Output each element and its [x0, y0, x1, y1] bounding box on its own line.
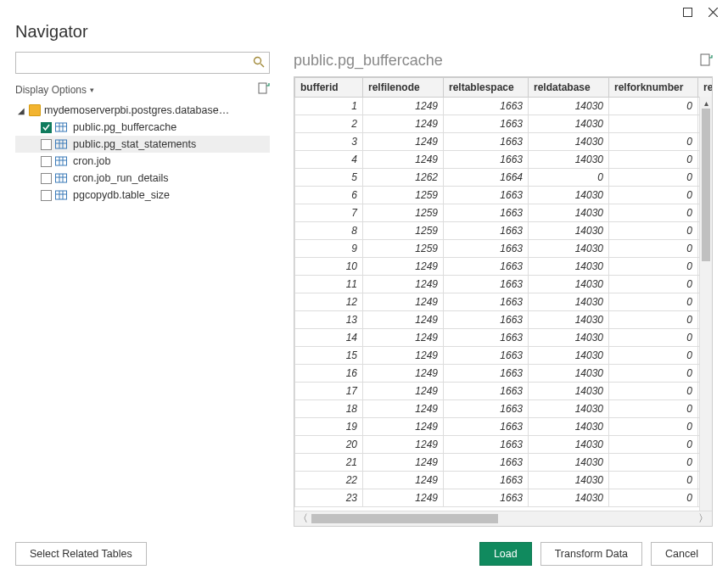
cell: 1249	[363, 115, 444, 133]
table-row[interactable]: 112491663140300	[295, 98, 713, 115]
table-row[interactable]: 1612491663140300	[295, 365, 713, 383]
checkbox[interactable]	[41, 156, 52, 167]
checkbox[interactable]	[41, 122, 52, 133]
cell: 14030	[529, 151, 609, 169]
table-row[interactable]: 1912491663140300	[295, 418, 713, 436]
select-related-tables-button[interactable]: Select Related Tables	[15, 542, 147, 566]
tree-item[interactable]: public.pg_buffercache	[15, 119, 270, 136]
display-options-button[interactable]: Display Options ▾	[15, 84, 94, 96]
search-input[interactable]	[15, 52, 270, 74]
cell: 0	[609, 240, 698, 258]
cell: 14030	[529, 489, 609, 507]
table-row[interactable]: 712591663140300	[295, 204, 713, 222]
grid-table[interactable]: bufferidrelfilenodereltablespacereldatab…	[294, 77, 712, 507]
column-header[interactable]: reldatabase	[529, 78, 609, 98]
tree-root-label: mydemoserverpbi.postgres.database.azure.…	[44, 104, 231, 116]
cell: 0	[609, 204, 698, 222]
table-row[interactable]: 812591663140300	[295, 222, 713, 240]
cell: 1249	[363, 293, 444, 311]
cell: 12	[295, 293, 363, 311]
preview-options-icon[interactable]	[700, 53, 713, 69]
checkbox[interactable]	[41, 139, 52, 150]
search-icon	[253, 56, 265, 70]
vertical-scrollbar[interactable]: ▴	[699, 97, 712, 511]
scroll-up-icon[interactable]: ▴	[700, 97, 712, 109]
cell: 0	[609, 133, 698, 151]
table-row[interactable]: 1112491663140300	[295, 276, 713, 293]
table-row[interactable]: 1812491663140300	[295, 400, 713, 418]
maximize-icon[interactable]	[680, 5, 694, 19]
table-row[interactable]: 412491663140300	[295, 151, 713, 169]
hscroll-thumb[interactable]	[311, 514, 498, 523]
cell: 1249	[363, 436, 444, 454]
table-row[interactable]: 1212491663140300	[295, 293, 713, 311]
cell: 1249	[363, 311, 444, 329]
cell: 1663	[444, 187, 529, 204]
checkbox[interactable]	[41, 173, 52, 184]
cell: 1259	[363, 240, 444, 258]
transform-data-button[interactable]: Transform Data	[540, 542, 642, 566]
table-row[interactable]: 1312491663140300	[295, 311, 713, 329]
column-header[interactable]: relfilenode	[363, 78, 444, 98]
tree-item[interactable]: pgcopydb.table_size	[15, 187, 270, 204]
cell: 19	[295, 418, 363, 436]
table-row[interactable]: 1012491663140300	[295, 258, 713, 276]
cell: 1259	[363, 222, 444, 240]
column-header[interactable]: re	[698, 78, 713, 98]
cell: 1249	[363, 472, 444, 489]
table-row[interactable]: 1412491663140300	[295, 329, 713, 347]
table-row[interactable]: 2012491663140300	[295, 436, 713, 454]
table-row[interactable]: 51262166400	[295, 169, 713, 187]
checkbox[interactable]	[41, 190, 52, 201]
cell: 14030	[529, 204, 609, 222]
cell: 0	[609, 151, 698, 169]
cell: 17	[295, 383, 363, 400]
cell: 20	[295, 436, 363, 454]
cell: 7	[295, 204, 363, 222]
tree-item[interactable]: public.pg_stat_statements	[15, 136, 270, 153]
table-icon	[55, 189, 67, 201]
refresh-icon[interactable]	[258, 82, 270, 97]
cell: 1663	[444, 240, 529, 258]
preview-panel: public.pg_buffercache bufferidrelfilenod…	[270, 52, 713, 527]
tree-item[interactable]: cron.job_run_details	[15, 170, 270, 187]
table-row[interactable]: 2112491663140300	[295, 454, 713, 472]
close-icon[interactable]	[706, 5, 720, 19]
cell: 14030	[529, 383, 609, 400]
table-row[interactable]: 612591663140300	[295, 187, 713, 204]
vscroll-thumb[interactable]	[702, 109, 710, 261]
scroll-left-icon[interactable]: 〈	[294, 511, 311, 526]
horizontal-scrollbar[interactable]: 〈 〉	[294, 511, 712, 526]
tree-item-label: cron.job_run_details	[73, 172, 169, 184]
column-header[interactable]: reltablespace	[444, 78, 529, 98]
table-row[interactable]: 1512491663140300	[295, 347, 713, 365]
cell: 1262	[363, 169, 444, 187]
tree-item[interactable]: cron.job	[15, 153, 270, 170]
cell: 8	[295, 222, 363, 240]
table-row[interactable]: 2212491663140300	[295, 472, 713, 489]
cell: 18	[295, 400, 363, 418]
footer: Select Related Tables Load Transform Dat…	[0, 527, 728, 581]
table-row[interactable]: 2312491663140300	[295, 489, 713, 507]
table-row[interactable]: 21249166314030	[295, 115, 713, 133]
load-button[interactable]: Load	[479, 542, 532, 566]
cell: 0	[609, 436, 698, 454]
cell: 16	[295, 365, 363, 383]
svg-rect-5	[259, 83, 266, 93]
svg-rect-26	[701, 54, 709, 65]
svg-point-3	[255, 58, 261, 64]
cell: 11	[295, 276, 363, 293]
tree-root[interactable]: ◢ mydemoserverpbi.postgres.database.azur…	[15, 102, 270, 119]
table-row[interactable]: 1712491663140300	[295, 383, 713, 400]
table-row[interactable]: 912591663140300	[295, 240, 713, 258]
table-row[interactable]: 312491663140300	[295, 133, 713, 151]
column-header[interactable]: relforknumber	[609, 78, 698, 98]
svg-rect-18	[56, 174, 67, 182]
svg-line-4	[260, 64, 264, 67]
cell: 6	[295, 187, 363, 204]
scroll-right-icon[interactable]: 〉	[695, 511, 712, 526]
column-header[interactable]: bufferid	[295, 78, 363, 98]
cell: 1	[295, 98, 363, 115]
cancel-button[interactable]: Cancel	[651, 542, 713, 566]
cell: 0	[609, 400, 698, 418]
